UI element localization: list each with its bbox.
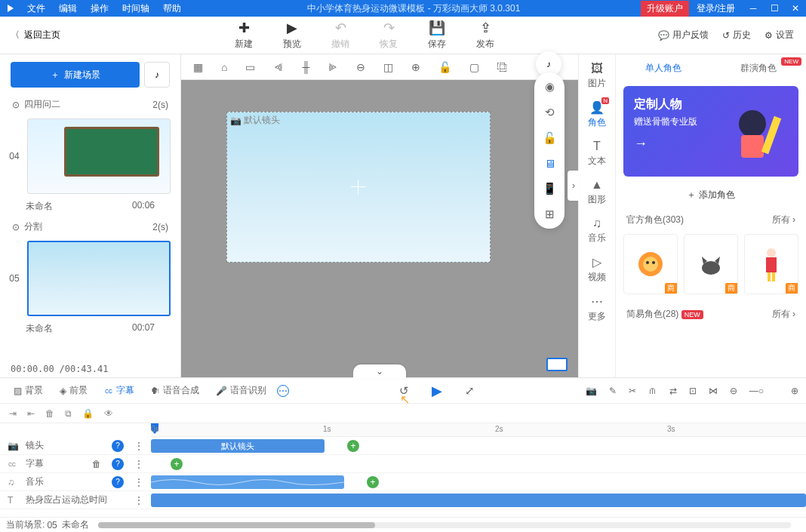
filter-icon[interactable]: ⫙ — [648, 386, 657, 396]
more-icon[interactable]: ⋯ — [277, 385, 289, 397]
layers-icon[interactable]: ▢ — [469, 61, 479, 73]
music-clip[interactable] — [151, 475, 344, 489]
tab-background[interactable]: ▨背景 — [8, 381, 49, 400]
scene-card-05[interactable]: 05 — [5, 236, 176, 321]
menu-action[interactable]: 操作 — [85, 0, 115, 17]
maximize-button[interactable]: ☐ — [764, 0, 785, 17]
login-link[interactable]: 登录/注册 — [689, 1, 743, 17]
add-clip-button[interactable]: + — [171, 458, 183, 470]
new-scene-button[interactable]: ＋新建场景 — [11, 62, 140, 88]
zoom-fit-icon[interactable]: ◫ — [383, 61, 393, 73]
text-clip[interactable] — [151, 494, 806, 507]
fullscreen-icon[interactable]: ⤢ — [465, 384, 475, 398]
scene-header-prev[interactable]: ⊙四用问二 2(s) — [5, 95, 176, 114]
upgrade-button[interactable]: 升级账户 — [641, 1, 689, 17]
tab-role[interactable]: N👤角色 — [588, 100, 606, 129]
custom-role-banner[interactable]: 定制人物 赠送骨骼专业版 → — [623, 86, 798, 177]
tab-group-role[interactable]: 群演角色NEW — [711, 56, 806, 81]
unlock-icon[interactable]: 🔓 — [543, 131, 557, 145]
menu-edit[interactable]: 编辑 — [53, 0, 83, 17]
desktop-icon[interactable]: 🖥 — [544, 157, 555, 170]
lock-icon[interactable]: 🔒 — [82, 408, 94, 419]
undo-button[interactable]: ↶撤销 — [331, 20, 349, 51]
filter-all-button[interactable]: 所有 › — [772, 214, 795, 226]
filter-all-button[interactable]: 所有 › — [772, 308, 795, 321]
align-center-icon[interactable]: ╫ — [302, 61, 309, 73]
zoom-out-icon[interactable]: ⊖ — [356, 61, 365, 73]
range-icon[interactable]: ⋈ — [709, 386, 718, 396]
add-clip-button[interactable]: + — [347, 440, 359, 452]
marker-icon[interactable]: ⊡ — [689, 386, 697, 396]
tab-foreground[interactable]: ◈前景 — [54, 381, 94, 400]
scene-card-04[interactable]: 04 — [5, 114, 176, 198]
select-icon[interactable]: ▭ — [245, 61, 255, 73]
zoom-out-icon[interactable]: ⊖ — [730, 386, 737, 396]
scene-list[interactable]: ⊙四用问二 2(s) 04 未命名00:06 ⊙分割 2(s) 05 未命名00… — [0, 95, 180, 361]
duplicate-icon[interactable]: ⧉ — [65, 408, 72, 419]
zoom-in-icon[interactable]: ⊕ — [791, 386, 798, 396]
tab-text[interactable]: T文本 — [588, 140, 606, 168]
menu-file[interactable]: 文件 — [21, 0, 51, 17]
settings-link[interactable]: ⚙设置 — [764, 29, 794, 42]
tab-asr[interactable]: 🎤语音识别 — [210, 381, 272, 400]
menu-icon[interactable]: ⋮ — [134, 441, 143, 451]
save-button[interactable]: 💾保存 — [428, 20, 446, 51]
align-right-icon[interactable]: ⫸ — [328, 61, 338, 73]
history-link[interactable]: ↺历史 — [722, 29, 751, 42]
ruler-icon[interactable]: ▦ — [193, 61, 203, 73]
role-card-clown[interactable]: 商 — [744, 234, 798, 294]
tab-shape[interactable]: ▲图形 — [588, 178, 606, 206]
add-role-button[interactable]: ＋ 添加角色 — [616, 181, 806, 209]
stage[interactable]: 📷默认镜头 ♪ ◉ ⟲ 🔓 🖥 📱 ⊞ › ⌄ — [181, 80, 578, 377]
minimize-button[interactable]: ─ — [743, 0, 764, 17]
role-card-lion[interactable]: 商 — [623, 234, 678, 294]
close-button[interactable]: ✕ — [785, 0, 806, 17]
menu-help[interactable]: 帮助 — [157, 0, 187, 17]
eye-icon[interactable]: 👁 — [104, 408, 113, 419]
sort-icon[interactable]: ⇄ — [669, 386, 677, 396]
rotate-icon[interactable]: ⟲ — [545, 106, 555, 119]
redo-button[interactable]: ↷恢复 — [380, 20, 398, 51]
help-icon[interactable]: ? — [112, 476, 124, 488]
preview-button[interactable]: ▶预览 — [283, 20, 301, 51]
minimap[interactable] — [546, 358, 568, 371]
new-button[interactable]: ✚新建 — [235, 20, 253, 51]
tab-tts[interactable]: 🗣语音合成 — [145, 381, 205, 400]
tab-image[interactable]: 🖼图片 — [588, 62, 606, 90]
unlock-icon[interactable]: 🔓 — [438, 61, 451, 73]
help-icon[interactable]: ? — [112, 458, 124, 470]
tab-single-role[interactable]: 单人角色 — [616, 56, 711, 81]
tab-video[interactable]: ▷视频 — [588, 255, 606, 284]
scrollbar[interactable] — [98, 522, 375, 528]
scene-thumbnail[interactable] — [27, 118, 171, 194]
menu-icon[interactable]: ⋮ — [134, 459, 143, 469]
play-icon[interactable]: ▶ — [432, 383, 442, 399]
back-home-button[interactable]: 〈 返回主页 — [0, 29, 71, 42]
tab-more[interactable]: ⋯更多 — [588, 294, 606, 323]
menu-icon[interactable]: ⋮ — [134, 477, 143, 487]
role-card-cat[interactable]: 商 — [684, 234, 738, 294]
tab-subtitle[interactable]: ㏄字幕 — [98, 381, 140, 400]
mobile-icon[interactable]: 📱 — [543, 182, 557, 195]
grid-icon[interactable]: ⊞ — [545, 208, 555, 221]
scene-thumbnail-selected[interactable] — [27, 241, 171, 316]
edit-icon[interactable]: ✎ — [609, 386, 617, 396]
help-icon[interactable]: ? — [112, 440, 124, 452]
import-icon[interactable]: ⇥ — [9, 408, 17, 419]
export-icon[interactable]: ⇤ — [27, 408, 35, 419]
zoom-slider[interactable]: —○ — [749, 386, 764, 396]
align-left-icon[interactable]: ⫷ — [273, 61, 284, 73]
camera-frame[interactable]: 📷默认镜头 — [226, 112, 491, 263]
expand-button[interactable]: › — [568, 171, 580, 201]
collapse-panel-button[interactable]: ⌄ — [353, 364, 406, 378]
copy-icon[interactable]: ⿻ — [497, 61, 508, 73]
rewind-icon[interactable]: ↺ — [399, 384, 409, 398]
cut-icon[interactable]: ✂ — [629, 386, 636, 396]
home-icon[interactable]: ⌂ — [221, 61, 227, 73]
delete-icon[interactable]: 🗑 — [45, 408, 54, 419]
add-clip-button[interactable]: + — [367, 476, 379, 488]
capture-icon[interactable]: ◉ — [545, 80, 555, 94]
publish-button[interactable]: ⇪发布 — [476, 20, 494, 51]
menu-icon[interactable]: ⋮ — [134, 495, 143, 506]
feedback-link[interactable]: 💬用户反馈 — [658, 29, 709, 42]
